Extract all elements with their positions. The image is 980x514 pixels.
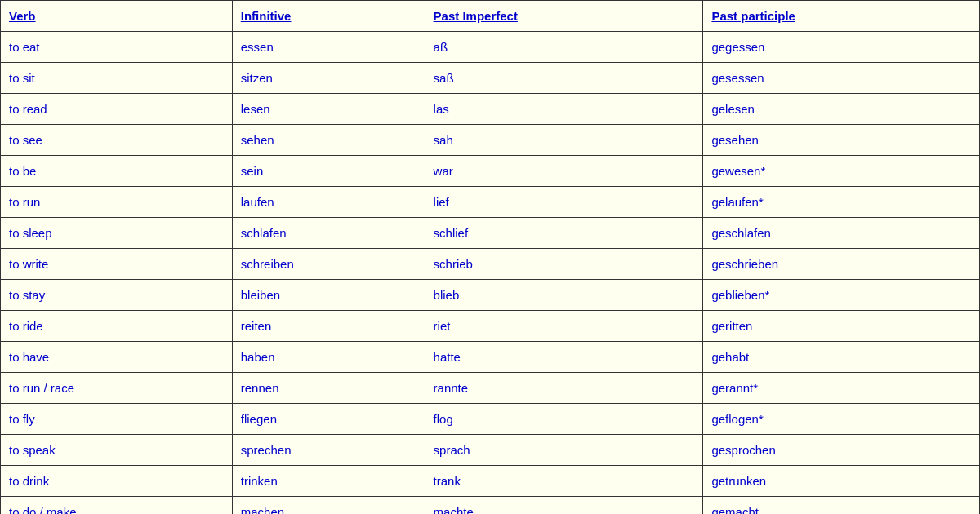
cell-infinitive: laufen — [232, 187, 425, 218]
table-row: to eatessenaßgegessen — [1, 32, 980, 63]
table-row: to writeschreibenschriebgeschrieben — [1, 249, 980, 280]
cell-past_imperfect: schlief — [425, 218, 703, 249]
cell-past_imperfect: saß — [425, 63, 703, 94]
cell-infinitive: lesen — [232, 94, 425, 125]
cell-past_participle: geschlafen — [703, 218, 980, 249]
cell-infinitive: bleiben — [232, 280, 425, 311]
cell-past_participle: geritten — [703, 311, 980, 342]
cell-past_imperfect: flog — [425, 404, 703, 435]
cell-past_participle: gemacht — [703, 497, 980, 515]
cell-past_participle: gewesen* — [703, 156, 980, 187]
cell-infinitive: sehen — [232, 125, 425, 156]
cell-infinitive: haben — [232, 342, 425, 373]
cell-past_participle: gegessen — [703, 32, 980, 63]
cell-verb: to run / race — [1, 373, 233, 404]
cell-past_imperfect: riet — [425, 311, 703, 342]
table-row: to do / makemachenmachtegemacht — [1, 497, 980, 515]
table-header-row: VerbInfinitivePast ImperfectPast partici… — [1, 1, 980, 32]
cell-past_participle: gesprochen — [703, 435, 980, 466]
cell-verb: to fly — [1, 404, 233, 435]
cell-past_imperfect: trank — [425, 466, 703, 497]
cell-past_participle: geschrieben — [703, 249, 980, 280]
cell-verb: to be — [1, 156, 233, 187]
table-row: to flyfliegenfloggeflogen* — [1, 404, 980, 435]
verb-conjugation-table: VerbInfinitivePast ImperfectPast partici… — [0, 0, 980, 514]
cell-infinitive: sitzen — [232, 63, 425, 94]
cell-verb: to have — [1, 342, 233, 373]
cell-verb: to speak — [1, 435, 233, 466]
table-row: to sleepschlafenschliefgeschlafen — [1, 218, 980, 249]
cell-past_imperfect: war — [425, 156, 703, 187]
cell-past_imperfect: rannte — [425, 373, 703, 404]
column-header-verb: Verb — [1, 1, 233, 32]
table-row: to staybleibenbliebgeblieben* — [1, 280, 980, 311]
cell-verb: to run — [1, 187, 233, 218]
table-row: to sitsitzensaßgesessen — [1, 63, 980, 94]
cell-past_participle: gerannt* — [703, 373, 980, 404]
table-row: to drinktrinkentrankgetrunken — [1, 466, 980, 497]
cell-past_participle: gelesen — [703, 94, 980, 125]
cell-verb: to sleep — [1, 218, 233, 249]
verb-table-container: VerbInfinitivePast ImperfectPast partici… — [0, 0, 980, 514]
cell-past_participle: gesessen — [703, 63, 980, 94]
cell-infinitive: machen — [232, 497, 425, 515]
cell-past_participle: gehabt — [703, 342, 980, 373]
cell-past_participle: geflogen* — [703, 404, 980, 435]
cell-past_imperfect: schrieb — [425, 249, 703, 280]
cell-verb: to read — [1, 94, 233, 125]
column-header-past_imperfect: Past Imperfect — [425, 1, 703, 32]
cell-infinitive: sein — [232, 156, 425, 187]
table-row: to readlesenlasgelesen — [1, 94, 980, 125]
table-row: to runlaufenliefgelaufen* — [1, 187, 980, 218]
column-header-past_participle: Past participle — [703, 1, 980, 32]
cell-infinitive: rennen — [232, 373, 425, 404]
table-row: to seesehensahgesehen — [1, 125, 980, 156]
cell-verb: to write — [1, 249, 233, 280]
cell-past_imperfect: machte — [425, 497, 703, 515]
cell-past_participle: gesehen — [703, 125, 980, 156]
column-header-infinitive: Infinitive — [232, 1, 425, 32]
cell-infinitive: schlafen — [232, 218, 425, 249]
table-row: to speaksprechensprachgesprochen — [1, 435, 980, 466]
cell-infinitive: sprechen — [232, 435, 425, 466]
cell-verb: to stay — [1, 280, 233, 311]
table-row: to run / racerennenranntegerannt* — [1, 373, 980, 404]
cell-infinitive: essen — [232, 32, 425, 63]
cell-verb: to drink — [1, 466, 233, 497]
cell-verb: to sit — [1, 63, 233, 94]
cell-verb: to see — [1, 125, 233, 156]
cell-past_imperfect: sprach — [425, 435, 703, 466]
cell-past_imperfect: aß — [425, 32, 703, 63]
cell-past_imperfect: hatte — [425, 342, 703, 373]
table-row: to ridereitenrietgeritten — [1, 311, 980, 342]
cell-verb: to do / make — [1, 497, 233, 515]
cell-past_imperfect: las — [425, 94, 703, 125]
cell-past_imperfect: blieb — [425, 280, 703, 311]
cell-past_participle: gelaufen* — [703, 187, 980, 218]
table-row: to havehabenhattegehabt — [1, 342, 980, 373]
cell-verb: to ride — [1, 311, 233, 342]
cell-past_imperfect: sah — [425, 125, 703, 156]
cell-verb: to eat — [1, 32, 233, 63]
cell-past_participle: geblieben* — [703, 280, 980, 311]
cell-infinitive: reiten — [232, 311, 425, 342]
cell-past_imperfect: lief — [425, 187, 703, 218]
cell-past_participle: getrunken — [703, 466, 980, 497]
table-row: to beseinwargewesen* — [1, 156, 980, 187]
cell-infinitive: schreiben — [232, 249, 425, 280]
cell-infinitive: trinken — [232, 466, 425, 497]
cell-infinitive: fliegen — [232, 404, 425, 435]
